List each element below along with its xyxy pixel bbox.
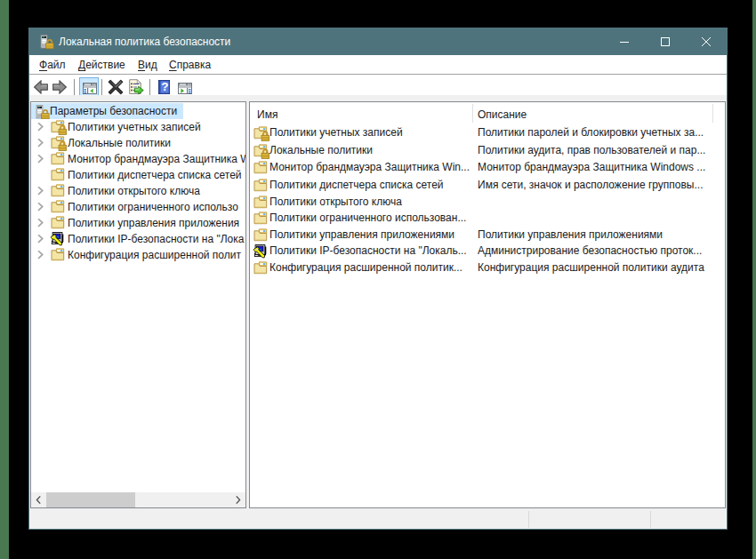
svg-text:?: ? <box>161 80 168 93</box>
